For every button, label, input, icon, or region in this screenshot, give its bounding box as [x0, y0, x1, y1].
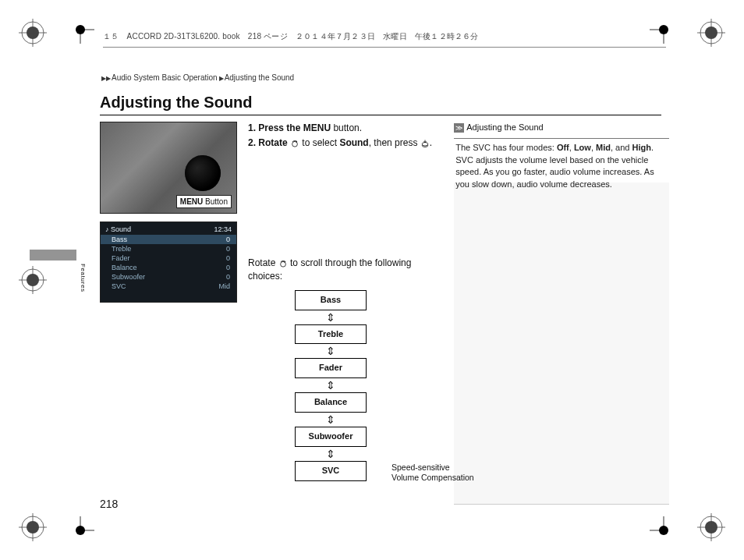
flow-chart: Bass ⇕ Treble ⇕ Fader ⇕ Balance ⇕ Subwoo…: [276, 290, 385, 482]
screen-row: SVCMid: [101, 282, 236, 291]
updown-arrow-icon: ⇕: [326, 447, 335, 461]
screen-row: Balance0: [101, 263, 236, 272]
screen-row: Subwoofer0: [101, 272, 236, 282]
page-title: Adjusting the Sound: [100, 94, 661, 115]
sidebar-heading: ≫Adjusting the Sound: [454, 122, 669, 135]
flow-box: Balance: [295, 392, 367, 413]
page-number: 218: [100, 498, 118, 510]
registration-mark-icon: [697, 513, 725, 541]
updown-arrow-icon: ⇕: [326, 310, 335, 324]
registration-mark-icon: [19, 19, 47, 47]
flow-box: Treble: [295, 324, 367, 345]
screen-row: Bass0: [101, 235, 236, 244]
crop-mark-icon: [66, 16, 94, 44]
updown-arrow-icon: ⇕: [326, 344, 335, 358]
rotate-instruction: Rotate to scroll through the following c…: [248, 257, 438, 284]
knob-icon: [185, 155, 221, 191]
screen-preview: ♪ Sound 12:34 Bass0 Treble0 Fader0 Balan…: [100, 222, 237, 303]
svg-point-32: [292, 142, 298, 147]
side-label: Features: [80, 264, 87, 292]
svg-point-36: [280, 261, 285, 267]
crop-mark-icon: [650, 516, 678, 544]
updown-arrow-icon: ⇕: [326, 378, 335, 392]
screen-clock: 12:34: [214, 225, 232, 233]
flow-box: Subwoofer: [295, 427, 367, 447]
sidebar-marker-icon: ≫: [454, 123, 464, 133]
breadcrumb-b: Adjusting the Sound: [225, 73, 295, 82]
registration-mark-icon: [19, 513, 47, 541]
screen-title: ♪ Sound: [105, 225, 131, 233]
registration-mark-icon: [697, 19, 725, 47]
registration-mark-icon: [19, 266, 47, 294]
press-dial-icon: [420, 139, 430, 148]
sidebar-body: The SVC has four modes: Off, Low, Mid, a…: [454, 138, 669, 505]
step-1: 1. Press the MENU button.: [248, 122, 438, 135]
photo-menu-button: MENU Button: [100, 122, 237, 214]
screen-row: Treble0: [101, 244, 236, 253]
flow-box: SVC: [295, 461, 367, 481]
flow-box: Fader: [295, 358, 367, 378]
updown-arrow-icon: ⇕: [326, 413, 335, 427]
step-2: 2. Rotate to select Sound, then press .: [248, 136, 438, 150]
breadcrumb: ▶▶Audio System Basic Operation▶Adjusting…: [101, 73, 294, 82]
print-header: １５ ACCORD 2D-31T3L6200. book 218 ページ ２０１…: [103, 31, 666, 48]
side-tab: [30, 250, 76, 261]
screen-row: Fader0: [101, 253, 236, 263]
breadcrumb-a: Audio System Basic Operation: [112, 73, 218, 82]
crop-mark-icon: [66, 516, 94, 544]
breadcrumb-sep-icon: ▶▶: [101, 75, 111, 82]
rotate-dial-icon: [278, 259, 288, 268]
flow-box: Bass: [295, 290, 367, 310]
svc-note: Speed-sensitive Volume Compensation: [391, 463, 477, 483]
photo-callout: MENU Button: [176, 195, 232, 208]
rotate-dial-icon: [290, 139, 299, 148]
breadcrumb-sep-icon: ▶: [219, 75, 224, 82]
